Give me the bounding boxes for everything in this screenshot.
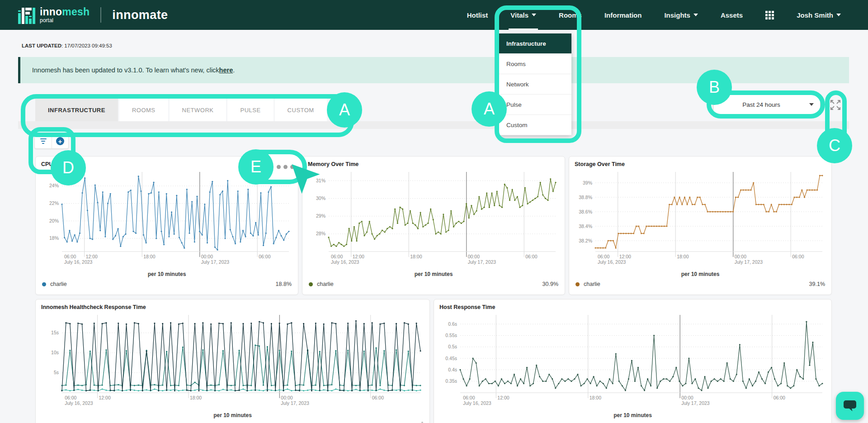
svg-text:18:00: 18:00 — [410, 254, 422, 259]
nav-assets[interactable]: Assets — [721, 0, 743, 30]
main-nav: Hotlist Vitals Rooms Information Insight… — [467, 0, 841, 30]
svg-text:0.5s: 0.5s — [448, 344, 457, 349]
tabbar-strip — [18, 121, 849, 129]
svg-text:18%: 18% — [49, 235, 59, 241]
plus-icon: + — [56, 137, 64, 145]
svg-text:10s: 10s — [51, 350, 59, 355]
svg-text:00:00: 00:00 — [735, 254, 746, 259]
brand-sub: portal — [40, 18, 90, 23]
menu-item-pulse[interactable]: Pulse — [499, 95, 571, 115]
chevron-down-icon — [693, 14, 698, 16]
healthcheck-chart-card: Innomesh Healthcheck Response Time 5s10s… — [35, 299, 430, 423]
svg-text:15s: 15s — [51, 330, 59, 335]
svg-text:12:00: 12:00 — [353, 254, 364, 259]
svg-text:29%: 29% — [316, 213, 326, 219]
svg-text:06:00: 06:00 — [331, 254, 343, 259]
brand-divider — [100, 7, 101, 23]
svg-text:July 16, 2023: July 16, 2023 — [331, 259, 359, 265]
chart-footer: per 10 minutes — [41, 270, 292, 279]
nav-insights[interactable]: Insights — [664, 0, 698, 30]
filter-button[interactable] — [35, 134, 52, 148]
page: innomesh portal innomate Hotlist Vitals … — [0, 0, 868, 423]
chart-legend: Parking Lot0.639s Cluster C1.811s Cluste… — [41, 420, 424, 423]
host-chart-card: Host Response Time 0.35s0.4s0.45s0.5s0.5… — [434, 299, 832, 423]
svg-text:July 17, 2023: July 17, 2023 — [681, 400, 710, 406]
svg-text:18:00: 18:00 — [190, 395, 202, 400]
menu-item-custom[interactable]: Custom — [499, 115, 571, 135]
menu-item-network[interactable]: Network — [499, 74, 571, 95]
apps-grid-button[interactable] — [765, 0, 774, 30]
chart-legend: charlie30.9% — [308, 279, 559, 287]
chat-widget-button[interactable] — [836, 392, 864, 420]
nav-vitals[interactable]: Vitals — [510, 0, 536, 30]
host-chart: 0.35s0.4s0.45s0.5s0.55s0.6s06:00July 16,… — [439, 312, 826, 411]
chevron-down-icon — [809, 103, 814, 106]
svg-text:July 17, 2023: July 17, 2023 — [201, 259, 230, 265]
svg-text:18:00: 18:00 — [143, 254, 155, 259]
svg-text:06:00: 06:00 — [598, 254, 609, 259]
app-name: innomate — [112, 8, 168, 22]
fullscreen-button[interactable] — [828, 97, 843, 113]
svg-text:00:00: 00:00 — [281, 395, 292, 400]
chart-footer: per 10 minutes — [575, 270, 826, 279]
chart-title: Host Response Time — [439, 304, 826, 312]
svg-text:06:00: 06:00 — [259, 254, 270, 259]
svg-text:06:00: 06:00 — [64, 254, 76, 259]
grid-icon — [765, 11, 774, 19]
chart-footer: per 10 minutes — [41, 411, 424, 420]
storage-chart: 38.2%38.4%38.6%38.8%39%06:00July 16, 202… — [575, 169, 826, 270]
chart-legend: Cluster A0.341s — [439, 420, 826, 423]
svg-text:06:00: 06:00 — [525, 254, 537, 259]
add-chart-button[interactable]: + — [52, 134, 68, 148]
svg-text:July 17, 2023: July 17, 2023 — [468, 259, 496, 265]
fullscreen-icon — [830, 99, 841, 111]
svg-text:06:00: 06:00 — [774, 395, 785, 400]
svg-text:18:00: 18:00 — [590, 395, 601, 400]
chart-footer: per 10 minutes — [439, 411, 826, 420]
svg-text:24%: 24% — [49, 183, 59, 188]
nav-rooms[interactable]: Rooms — [559, 0, 582, 30]
tab-rooms[interactable]: ROOMS — [119, 99, 168, 121]
svg-text:38.4%: 38.4% — [579, 223, 592, 229]
svg-text:July 16, 2023: July 16, 2023 — [463, 400, 491, 406]
healthcheck-chart: 5s10s15s06:00July 16, 202312:0018:0000:0… — [41, 312, 424, 411]
whats-new-link[interactable]: here — [219, 67, 233, 74]
svg-text:12:00: 12:00 — [86, 254, 98, 259]
svg-text:July 17, 2023: July 17, 2023 — [281, 400, 309, 406]
memory-chart: 28%29%30%31%06:00July 16, 202312:0018:00… — [308, 169, 559, 270]
chart-legend: charlie39.1% — [575, 279, 826, 287]
tab-custom[interactable]: CUSTOM — [275, 99, 327, 121]
svg-text:July 16, 2023: July 16, 2023 — [64, 259, 93, 265]
tab-infrastructure[interactable]: INFRASTRUCTURE — [35, 99, 118, 121]
brand-name: innomesh — [40, 7, 90, 17]
svg-text:0.6s: 0.6s — [448, 321, 457, 327]
memory-chart-card: Memory Over Time 28%29%30%31%06:00July 1… — [302, 156, 565, 295]
menu-item-rooms[interactable]: Rooms — [499, 54, 571, 74]
svg-text:12:00: 12:00 — [497, 395, 509, 400]
time-range-select[interactable]: Past 24 hours — [713, 95, 821, 114]
menu-item-infrastructure[interactable]: Infrastructure — [499, 33, 571, 54]
svg-text:00:00: 00:00 — [468, 254, 480, 259]
svg-text:12:00: 12:00 — [99, 395, 111, 400]
nav-information[interactable]: Information — [604, 0, 642, 30]
tab-pulse[interactable]: PULSE — [227, 99, 273, 121]
nav-hotlist[interactable]: Hotlist — [467, 0, 488, 30]
chart-title: Storage Over Time — [575, 161, 826, 169]
chevron-down-icon — [836, 14, 841, 16]
annotation-circle-b: B — [697, 70, 732, 105]
svg-text:00:00: 00:00 — [201, 254, 213, 259]
chevron-down-icon — [532, 14, 536, 16]
svg-text:06:00: 06:00 — [463, 395, 475, 400]
svg-text:July 17, 2023: July 17, 2023 — [735, 259, 763, 265]
svg-text:38.8%: 38.8% — [579, 195, 592, 200]
tab-network[interactable]: NETWORK — [170, 99, 226, 121]
annotation-circle-a-tabs: A — [327, 92, 362, 128]
chart-filter-toolbar: + — [34, 133, 69, 149]
chart-legend: charlie18.8% — [41, 279, 292, 287]
svg-text:0.55s: 0.55s — [445, 333, 457, 338]
svg-text:July 16, 2023: July 16, 2023 — [65, 400, 93, 406]
user-menu[interactable]: Josh Smith — [797, 0, 841, 30]
annotation-circle-a-menu: A — [472, 91, 507, 127]
svg-text:5s: 5s — [54, 370, 59, 375]
brand-logo[interactable]: innomesh portal innomate — [18, 6, 168, 24]
